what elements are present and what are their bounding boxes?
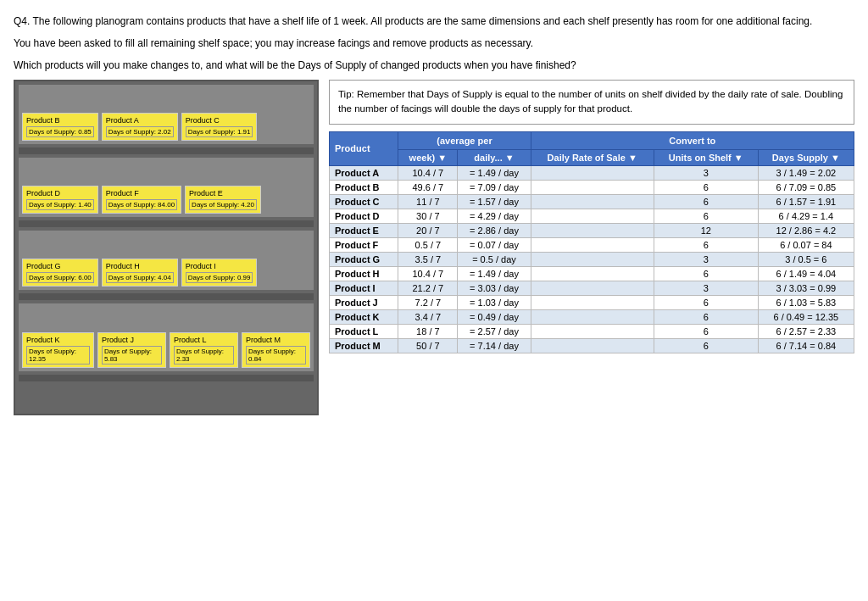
col-days-header[interactable]: Days Supply ▼ bbox=[758, 149, 854, 165]
cell-days: 6 / 7.14 = 0.84 bbox=[758, 338, 854, 353]
cell-product: Product J bbox=[330, 295, 398, 309]
product-b-name: Product B bbox=[26, 116, 94, 125]
cell-product: Product D bbox=[330, 209, 398, 223]
cell-days: 3 / 3.03 = 0.99 bbox=[758, 281, 854, 295]
cell-daily: = 1.03 / day bbox=[458, 295, 531, 309]
product-card-k: Product K Days of Supply: 12.35 bbox=[22, 332, 94, 368]
table-row: Product D 30 / 7 = 4.29 / day 6 6 / 4.29… bbox=[330, 209, 854, 223]
col-rate-header[interactable]: Daily Rate of Sale ▼ bbox=[531, 149, 654, 165]
product-g-supply: Days of Supply: 6.00 bbox=[26, 272, 94, 283]
cell-daily: = 2.57 / day bbox=[458, 324, 531, 338]
product-a-name: Product A bbox=[106, 116, 174, 125]
product-card-j: Product J Days of Supply: 5.83 bbox=[97, 332, 166, 368]
table-body: Product A 10.4 / 7 = 1.49 / day 3 3 / 1.… bbox=[330, 165, 854, 353]
cell-rate bbox=[531, 266, 654, 281]
cell-units: 3 bbox=[654, 165, 758, 180]
product-i-supply: Days of Supply: 0.99 bbox=[186, 272, 253, 283]
cell-daily: = 0.07 / day bbox=[458, 237, 531, 252]
product-l-name: Product L bbox=[174, 336, 234, 344]
product-d-name: Product D bbox=[26, 189, 94, 198]
cell-units: 6 bbox=[654, 237, 758, 252]
table-row: Product I 21.2 / 7 = 3.03 / day 3 3 / 3.… bbox=[330, 281, 854, 295]
cell-days: 3 / 0.5 = 6 bbox=[758, 252, 854, 266]
units-label: Units on Shelf bbox=[669, 153, 732, 163]
product-f-supply: Days of Supply: 84.00 bbox=[106, 199, 177, 210]
cell-product: Product K bbox=[330, 309, 398, 324]
product-f-name: Product F bbox=[106, 189, 177, 198]
col-header-product: Product bbox=[330, 131, 398, 165]
cell-product: Product A bbox=[330, 165, 398, 180]
cell-week: 7.2 / 7 bbox=[398, 295, 458, 309]
cell-product: Product F bbox=[330, 237, 398, 252]
cell-week: 49.6 / 7 bbox=[398, 180, 458, 194]
product-j-supply: Days of Supply: 5.83 bbox=[102, 346, 162, 364]
product-a-supply: Days of Supply: 2.02 bbox=[106, 126, 174, 137]
right-panel: Tip: Remember that Days of Supply is equ… bbox=[329, 80, 854, 415]
product-m-supply: Days of Supply: 0.84 bbox=[246, 346, 306, 364]
product-b-supply: Days of Supply: 0.85 bbox=[26, 126, 94, 137]
cell-week: 11 / 7 bbox=[398, 194, 458, 209]
product-k-supply: Days of Supply: 12.35 bbox=[26, 346, 90, 364]
product-k-name: Product K bbox=[26, 336, 90, 344]
col-week-header[interactable]: week) ▼ bbox=[398, 149, 458, 165]
product-card-l: Product L Days of Supply: 2.33 bbox=[170, 332, 238, 368]
shelf-row-1: Product B Days of Supply: 0.85 Product A… bbox=[19, 85, 314, 144]
shelf-row-4: Product K Days of Supply: 12.35 Product … bbox=[19, 303, 314, 371]
cell-units: 6 bbox=[654, 338, 758, 353]
product-l-supply: Days of Supply: 2.33 bbox=[174, 346, 234, 364]
daily-label: daily... bbox=[474, 153, 502, 163]
product-card-g: Product G Days of Supply: 6.00 bbox=[22, 259, 98, 287]
product-d-supply: Days of Supply: 1.40 bbox=[26, 199, 94, 210]
cell-units: 12 bbox=[654, 223, 758, 237]
product-m-name: Product M bbox=[246, 336, 306, 344]
cell-rate bbox=[531, 252, 654, 266]
rate-label: Daily Rate of Sale bbox=[548, 153, 626, 163]
cell-units: 3 bbox=[654, 281, 758, 295]
tip-text: Tip: Remember that Days of Supply is equ… bbox=[338, 89, 843, 114]
cell-daily: = 2.86 / day bbox=[458, 223, 531, 237]
product-card-h: Product H Days of Supply: 4.04 bbox=[102, 259, 178, 287]
cell-units: 3 bbox=[654, 252, 758, 266]
question-line3: Which products will you make changes to,… bbox=[14, 58, 854, 73]
main-layout: Product B Days of Supply: 0.85 Product A… bbox=[14, 80, 854, 415]
cell-rate bbox=[531, 295, 654, 309]
product-card-f: Product F Days of Supply: 84.00 bbox=[102, 186, 181, 214]
product-j-name: Product J bbox=[102, 336, 162, 344]
table-row: Product B 49.6 / 7 = 7.09 / day 6 6 / 7.… bbox=[330, 180, 854, 194]
cell-product: Product G bbox=[330, 252, 398, 266]
col-units-header[interactable]: Units on Shelf ▼ bbox=[654, 149, 758, 165]
cell-days: 6 / 2.57 = 2.33 bbox=[758, 324, 854, 338]
product-card-a: Product A Days of Supply: 2.02 bbox=[102, 113, 178, 141]
convert-label: Convert to bbox=[669, 136, 715, 146]
product-h-supply: Days of Supply: 4.04 bbox=[106, 272, 174, 283]
cell-days: 6 / 0.07 = 84 bbox=[758, 237, 854, 252]
cell-days: 6 / 0.49 = 12.35 bbox=[758, 309, 854, 324]
cell-week: 18 / 7 bbox=[398, 324, 458, 338]
cell-units: 6 bbox=[654, 295, 758, 309]
cell-days: 12 / 2.86 = 4.2 bbox=[758, 223, 854, 237]
product-c-supply: Days of Supply: 1.91 bbox=[186, 126, 253, 137]
cell-week: 3.5 / 7 bbox=[398, 252, 458, 266]
cell-daily: = 4.29 / day bbox=[458, 209, 531, 223]
table-row: Product F 0.5 / 7 = 0.07 / day 6 6 / 0.0… bbox=[330, 237, 854, 252]
product-card-m: Product M Days of Supply: 0.84 bbox=[242, 332, 310, 368]
table-row: Product H 10.4 / 7 = 1.49 / day 6 6 / 1.… bbox=[330, 266, 854, 281]
cell-week: 10.4 / 7 bbox=[398, 266, 458, 281]
col-daily-header[interactable]: daily... ▼ bbox=[458, 149, 531, 165]
table-row: Product K 3.4 / 7 = 0.49 / day 6 6 / 0.4… bbox=[330, 309, 854, 324]
table-row: Product J 7.2 / 7 = 1.03 / day 6 6 / 1.0… bbox=[330, 295, 854, 309]
cell-product: Product B bbox=[330, 180, 398, 194]
cell-units: 6 bbox=[654, 180, 758, 194]
cell-rate bbox=[531, 194, 654, 209]
table-row: Product G 3.5 / 7 = 0.5 / day 3 3 / 0.5 … bbox=[330, 252, 854, 266]
cell-units: 6 bbox=[654, 209, 758, 223]
cell-product: Product L bbox=[330, 324, 398, 338]
cell-daily: = 1.57 / day bbox=[458, 194, 531, 209]
week-label: week) bbox=[409, 153, 436, 163]
col-header-convert: Convert to bbox=[531, 131, 854, 149]
product-h-name: Product H bbox=[106, 262, 174, 270]
cell-units: 6 bbox=[654, 266, 758, 281]
product-card-c: Product C Days of Supply: 1.91 bbox=[181, 113, 258, 141]
cell-rate bbox=[531, 209, 654, 223]
table-row: Product M 50 / 7 = 7.14 / day 6 6 / 7.14… bbox=[330, 338, 854, 353]
